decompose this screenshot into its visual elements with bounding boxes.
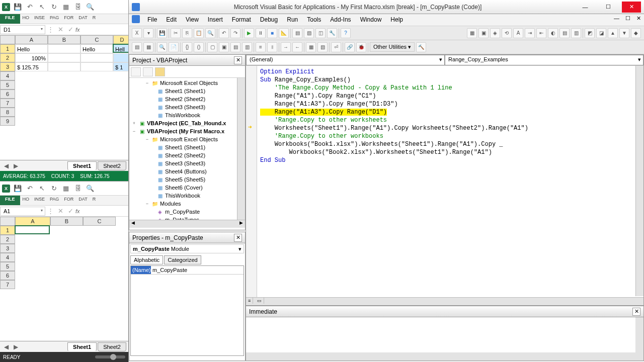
mdi-max-icon[interactable]: ☐ xyxy=(625,15,630,25)
tb2-1[interactable]: ▤ xyxy=(132,42,142,52)
cell-c2[interactable] xyxy=(80,53,113,62)
tab-next-icon-2[interactable]: ▶ xyxy=(12,343,20,350)
node-excel-objects-1[interactable]: Microsoft Excel Objects xyxy=(160,80,218,86)
node-sheet4[interactable]: Sheet4 (Buttons) xyxy=(165,168,207,174)
help-icon[interactable]: ? xyxy=(341,28,351,38)
tb-ex6[interactable]: ◐ xyxy=(548,28,558,38)
tb2-9[interactable]: ▤ xyxy=(230,42,240,52)
properties-grid[interactable]: (Name) m_CopyPaste xyxy=(130,265,244,356)
tb2-19[interactable]: 🐞 xyxy=(356,42,366,52)
menu-insert[interactable]: Insert xyxy=(204,15,226,25)
cell-b3[interactable] xyxy=(48,62,80,71)
project-scrollbar[interactable] xyxy=(237,78,245,220)
row-1-2[interactable]: 1 xyxy=(0,226,15,235)
row-4[interactable]: 4 xyxy=(0,71,15,80)
properties-object-combo[interactable]: m_CopyPaste Module ▾ xyxy=(130,244,244,253)
cell-c3[interactable] xyxy=(80,62,113,71)
tb-ex3[interactable]: ◈ xyxy=(490,28,500,38)
node-sheet1-2[interactable]: Sheet1 (Sheet1) xyxy=(165,144,205,150)
menu-tools[interactable]: Tools xyxy=(303,15,325,25)
prop-name-value[interactable]: m_CopyPaste xyxy=(151,266,244,274)
tb2-6[interactable]: () xyxy=(194,42,204,52)
hammer-icon[interactable]: 🔨 xyxy=(416,42,426,52)
db-icon[interactable]: 🗄 xyxy=(73,3,83,12)
row-7[interactable]: 7 xyxy=(0,99,15,108)
ribbon-home[interactable]: HO xyxy=(20,14,32,24)
cell-c1[interactable]: Hello xyxy=(80,44,113,53)
tb-ex1[interactable]: ▦ xyxy=(467,28,477,38)
design-icon[interactable]: 📐 xyxy=(279,28,289,38)
cancel-icon[interactable]: ✕ xyxy=(55,26,65,33)
mdi-restore-icon[interactable]: — xyxy=(614,15,619,25)
minimize-button[interactable]: — xyxy=(576,2,595,13)
tab-sheet2[interactable]: Sheet2 xyxy=(98,161,126,170)
outdent-icon[interactable]: ⇤ xyxy=(536,28,546,38)
ribbon-home-2[interactable]: HO xyxy=(20,196,32,205)
tb-ex10[interactable]: ◪ xyxy=(596,28,606,38)
fx-icon-2[interactable]: fx xyxy=(75,208,80,214)
row-9[interactable]: 9 xyxy=(0,117,15,126)
undo-icon-2[interactable]: ↶ xyxy=(25,184,34,193)
col-a[interactable]: A xyxy=(15,35,48,44)
row-3[interactable]: 3 xyxy=(0,62,15,71)
node-sheet3-1[interactable]: Sheet3 (Sheet3) xyxy=(165,104,205,110)
menu-edit[interactable]: Edit xyxy=(163,15,180,25)
other-utilities-dropdown[interactable]: Other Utilities ▾ xyxy=(370,42,415,52)
vbe-sys-icon[interactable] xyxy=(132,15,140,23)
cell-a2[interactable]: 100% xyxy=(15,53,48,62)
undo-icon[interactable]: ↶ xyxy=(25,3,34,12)
node-sheet3-2[interactable]: Sheet3 (Sheet3) xyxy=(165,160,205,166)
cut-icon[interactable]: ✂ xyxy=(171,28,181,38)
tb-ex12[interactable]: ▼ xyxy=(619,28,629,38)
pointer-icon[interactable]: ↖ xyxy=(37,3,46,12)
col-b-2[interactable]: B xyxy=(50,217,83,226)
name-box-2[interactable]: A1 xyxy=(0,207,45,216)
view-object-icon[interactable] xyxy=(143,67,153,76)
node-vbaproject-tabhound[interactable]: VBAProject (EC_Tab_Hound.x xyxy=(147,120,226,126)
tb2-3[interactable]: 🔍 xyxy=(157,42,167,52)
ribbon-data-2[interactable]: DAT xyxy=(76,196,90,205)
object-browser-icon[interactable]: ◫ xyxy=(315,28,326,38)
row-3-2[interactable]: 3 xyxy=(0,244,15,253)
toolbox-icon[interactable]: 🔧 xyxy=(327,28,337,38)
properties-icon[interactable]: ▧ xyxy=(304,28,314,38)
row-8[interactable]: 8 xyxy=(0,108,15,117)
ribbon-review[interactable]: R xyxy=(90,14,99,24)
indent-icon[interactable]: ⇥ xyxy=(525,28,535,38)
tb-ex9[interactable]: ◩ xyxy=(585,28,595,38)
tb2-14[interactable]: ← xyxy=(292,42,302,52)
tb2-11[interactable]: ≡ xyxy=(256,42,266,52)
project-hscroll[interactable]: ◀▶ xyxy=(129,220,245,228)
tab-sheet1-2[interactable]: Sheet1 xyxy=(67,342,97,351)
ribbon-insert-2[interactable]: INSE xyxy=(32,196,47,205)
view-excel-icon[interactable]: X xyxy=(132,28,142,38)
row-7-2[interactable]: 7 xyxy=(0,280,15,289)
cell-a1[interactable]: Hello xyxy=(15,44,48,53)
tb-ex11[interactable]: ▲ xyxy=(608,28,618,38)
ribbon-page[interactable]: PAG xyxy=(47,14,61,24)
grid-2[interactable]: A B C 1 2 3 4 5 6 7 xyxy=(0,217,128,337)
node-sheet6[interactable]: Sheet6 (Cover) xyxy=(165,185,203,191)
menu-help[interactable]: Help xyxy=(387,15,407,25)
find-icon[interactable]: 🔍 xyxy=(205,28,215,38)
code-editor[interactable]: ➜ Option Explicit Sub Range_Copy_Example… xyxy=(246,66,643,305)
row-2[interactable]: 2 xyxy=(0,53,15,62)
tb2-18[interactable]: 🔗 xyxy=(345,42,355,52)
cell-d2[interactable] xyxy=(113,53,128,62)
project-tree[interactable]: −📁Microsoft Excel Objects ▦Sheet1 (Sheet… xyxy=(129,78,245,220)
select-all-corner[interactable] xyxy=(0,35,15,44)
refresh-icon-2[interactable]: ↻ xyxy=(49,184,58,193)
break-icon[interactable]: ⏸ xyxy=(256,28,266,38)
save-icon-2[interactable]: 💾 xyxy=(13,184,22,193)
node-sheet1-1[interactable]: Sheet1 (Sheet1) xyxy=(165,88,205,94)
tb2-7[interactable]: ▢ xyxy=(207,42,217,52)
prop-name-key[interactable]: (Name) xyxy=(131,266,151,274)
node-thisworkbook-2[interactable]: ThisWorkbook xyxy=(165,193,200,199)
immediate-vscrollbar[interactable] xyxy=(635,317,643,352)
cell-a1-2[interactable] xyxy=(15,225,50,234)
save-icon-vbe[interactable]: 💾 xyxy=(157,28,167,38)
tab-sheet1[interactable]: Sheet1 xyxy=(67,161,97,170)
ribbon-formulas[interactable]: FOR xyxy=(61,14,76,24)
node-sheet2-1[interactable]: Sheet2 (Sheet2) xyxy=(165,96,205,102)
project-explorer-icon[interactable]: ▤ xyxy=(292,28,302,38)
